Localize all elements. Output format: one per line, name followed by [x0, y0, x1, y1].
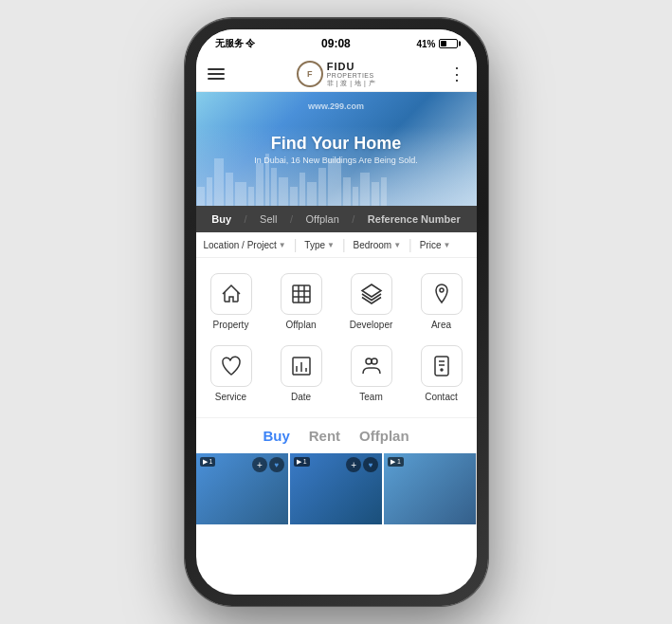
- contact-label: Contact: [425, 392, 457, 402]
- developer-icon-box: [351, 273, 392, 315]
- hero-banner: www.299.com Find Your Home In Dubai, 16 …: [196, 92, 477, 206]
- team-label: Team: [359, 392, 382, 402]
- tab-offplan[interactable]: Offplan: [302, 211, 343, 227]
- location-icon: [430, 283, 453, 305]
- home-icon: [220, 283, 243, 305]
- property-icon-box: [210, 273, 252, 315]
- category-area[interactable]: Area: [407, 266, 477, 338]
- heart-icon: [220, 355, 243, 377]
- tab-sell[interactable]: Sell: [256, 211, 281, 227]
- phone-icon: [430, 355, 453, 377]
- prop-tab-buy[interactable]: Buy: [263, 428, 289, 444]
- card-1-fav-button[interactable]: ♥: [269, 457, 284, 472]
- prop-tab-offplan[interactable]: Offplan: [359, 428, 409, 444]
- category-contact[interactable]: Contact: [407, 338, 477, 410]
- property-card-2[interactable]: ▶ 1 ♥ +: [288, 453, 384, 524]
- filter-bar: Location / Project ▼ | Type ▼ | Bedroom …: [196, 232, 477, 258]
- property-card-1[interactable]: ▶ 1 ♥ +: [196, 453, 288, 524]
- category-date[interactable]: Date: [266, 338, 336, 410]
- filter-location-arrow: ▼: [279, 241, 286, 249]
- property-cards-strip: ▶ 1 ♥ + ▶ 1 ♥ + ▶ 1: [196, 453, 477, 524]
- logo-text: FIDU PROPERTIES 菲 | 渡 | 地 | 产: [327, 61, 376, 86]
- svg-point-6: [440, 288, 444, 292]
- card-2-add-button[interactable]: +: [346, 457, 361, 472]
- filter-location-label: Location / Project: [204, 240, 277, 250]
- area-icon-box: [421, 273, 463, 315]
- filter-bedroom-label: Bedroom: [354, 240, 392, 250]
- hero-watermark: www.299.com: [308, 101, 364, 111]
- filter-type[interactable]: Type ▼: [304, 240, 335, 250]
- svg-marker-5: [362, 284, 381, 297]
- svg-rect-13: [435, 357, 448, 376]
- team-icon-box: [351, 345, 392, 387]
- area-label: Area: [431, 320, 451, 330]
- card-2-video-badge: ▶ 1: [294, 457, 310, 467]
- filter-type-label: Type: [304, 240, 325, 250]
- service-icon-box: [210, 345, 252, 387]
- category-property[interactable]: Property: [196, 266, 266, 338]
- phone-screen: 无服务 令 09:08 41% F FIDU: [196, 29, 477, 595]
- logo[interactable]: F FIDU PROPERTIES 菲 | 渡 | 地 | 产: [297, 61, 376, 87]
- building-icon: [290, 283, 313, 305]
- card-1-video-badge: ▶ 1: [200, 457, 216, 467]
- battery-icon: [439, 39, 458, 48]
- battery-percentage: 41%: [416, 39, 435, 49]
- more-button[interactable]: ⋮: [448, 64, 465, 84]
- filter-type-arrow: ▼: [327, 241, 335, 249]
- property-card-3[interactable]: ▶ 1: [384, 453, 476, 524]
- search-tabs: Buy / Sell / Offplan / Reference Number: [196, 206, 477, 232]
- hero-title: Find Your Home: [271, 134, 401, 154]
- card-3-video-badge: ▶ 1: [388, 457, 404, 467]
- category-team[interactable]: Team: [336, 338, 407, 410]
- logo-icon: F: [307, 69, 313, 79]
- svg-rect-0: [293, 285, 310, 303]
- logo-tagline: PROPERTIES: [327, 72, 376, 80]
- service-label: Service: [215, 392, 246, 402]
- offplan-label: Offplan: [285, 320, 316, 330]
- battery-status: 41%: [416, 39, 457, 49]
- svg-point-12: [372, 358, 377, 364]
- property-type-tabs: Buy Rent Offplan: [196, 417, 477, 453]
- category-developer[interactable]: Developer: [336, 266, 407, 338]
- card-1-add-button[interactable]: +: [252, 457, 267, 472]
- filter-price[interactable]: Price ▼: [420, 240, 451, 250]
- logo-name: FIDU: [327, 61, 376, 72]
- developer-label: Developer: [350, 320, 393, 330]
- logo-chinese: 菲 | 渡 | 地 | 产: [327, 80, 376, 87]
- filter-bedroom-arrow: ▼: [393, 241, 401, 249]
- card-2-fav-button[interactable]: ♥: [363, 457, 378, 472]
- filter-bedroom[interactable]: Bedroom ▼: [354, 240, 402, 250]
- filter-price-arrow: ▼: [444, 241, 451, 249]
- navbar: F FIDU PROPERTIES 菲 | 渡 | 地 | 产 ⋮: [196, 56, 477, 92]
- menu-button[interactable]: [208, 68, 225, 80]
- filter-location[interactable]: Location / Project ▼: [204, 240, 286, 250]
- category-offplan[interactable]: Offplan: [266, 266, 336, 338]
- contact-icon-box: [421, 345, 463, 387]
- svg-point-16: [441, 369, 443, 371]
- team-icon: [360, 355, 383, 377]
- date-label: Date: [291, 392, 311, 402]
- hero-subtitle: In Dubai, 16 New Buildings Are Being Sol…: [254, 156, 418, 165]
- filter-price-label: Price: [420, 240, 442, 250]
- phone-shell: 无服务 令 09:08 41% F FIDU: [185, 18, 488, 606]
- signal-status: 无服务 令: [215, 37, 256, 50]
- property-label: Property: [213, 320, 249, 330]
- category-service[interactable]: Service: [196, 338, 266, 410]
- clock: 09:08: [321, 37, 351, 50]
- offplan-icon-box: [281, 273, 322, 315]
- logo-circle: F: [297, 61, 323, 87]
- svg-point-11: [366, 358, 372, 364]
- chart-icon: [290, 355, 313, 377]
- date-icon-box: [281, 345, 322, 387]
- tab-reference-number[interactable]: Reference Number: [364, 211, 464, 227]
- category-grid: Property Offplan: [196, 258, 477, 417]
- status-bar: 无服务 令 09:08 41%: [196, 29, 477, 56]
- tab-buy[interactable]: Buy: [208, 211, 235, 227]
- prop-tab-rent[interactable]: Rent: [309, 428, 340, 444]
- layers-icon: [360, 283, 383, 305]
